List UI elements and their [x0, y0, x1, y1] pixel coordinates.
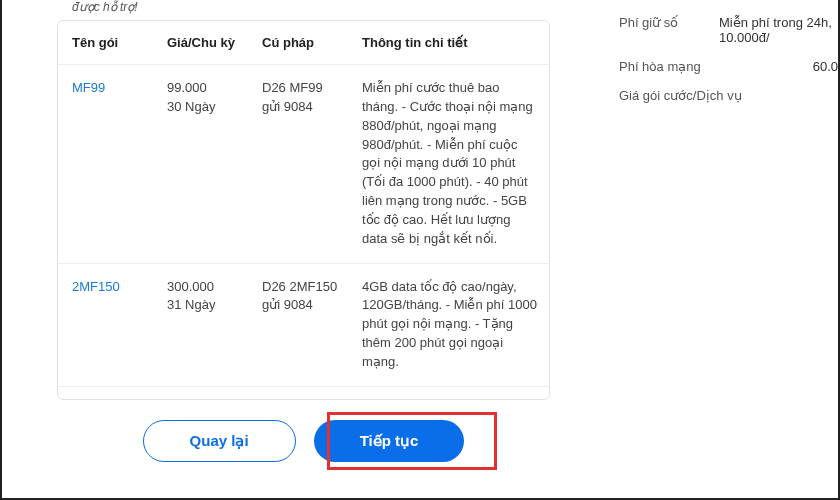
table-row: MF99 99.00030 Ngày D26 MF99 gửi 9084 Miễ…	[58, 65, 549, 264]
info-row-hold-fee: Phí giữ số Miễn phí trong 24h, 10.000đ/	[619, 8, 838, 52]
th-details: Thông tin chi tiết	[348, 21, 549, 65]
package-link[interactable]: MF99	[72, 80, 105, 95]
th-syntax: Cú pháp	[248, 21, 348, 65]
cell-price: 300.00031 Ngày	[153, 263, 248, 386]
plan-price-label: Giá gói cước/Dịch vụ	[619, 88, 779, 103]
continue-button[interactable]: Tiếp tục	[314, 420, 465, 462]
table-row: 2MF150 300.00031 Ngày D26 2MF150 gửi 908…	[58, 263, 549, 386]
back-button[interactable]: Quay lại	[143, 420, 296, 462]
th-price: Giá/Chu kỳ	[153, 21, 248, 65]
hold-fee-value: Miễn phí trong 24h, 10.000đ/	[719, 15, 838, 45]
package-table-wrap: Tên gói Giá/Chu kỳ Cú pháp Thông tin chi…	[57, 20, 550, 400]
cell-details: Miễn phí cước thuê bao tháng. - Cước tho…	[348, 65, 549, 264]
cell-price: 149.00030 Ngày	[153, 386, 248, 400]
intro-text: được hỗ trợ!	[17, 0, 590, 14]
cell-syntax: D26 MF99 gửi 9084	[248, 65, 348, 264]
connect-fee-value: 60.0	[719, 59, 838, 74]
connect-fee-label: Phí hòa mạng	[619, 59, 719, 74]
cell-details: 4GB data tốc độ cao/ngày, 120GB/tháng. -…	[348, 263, 549, 386]
table-row: MF149 149.00030 Ngày D26 MF149 gửi 9084 …	[58, 386, 549, 400]
summary-panel: Phí giữ số Miễn phí trong 24h, 10.000đ/ …	[605, 0, 840, 500]
cell-details: Miễn phí cước thuê bao tháng. - Miễn phí…	[348, 386, 549, 400]
info-row-connect-fee: Phí hòa mạng 60.0	[619, 52, 838, 81]
cell-syntax: D26 2MF150 gửi 9084	[248, 263, 348, 386]
th-name: Tên gói	[58, 21, 153, 65]
package-table: Tên gói Giá/Chu kỳ Cú pháp Thông tin chi…	[58, 21, 549, 400]
button-row: Quay lại Tiếp tục	[17, 420, 590, 462]
plan-price-value	[779, 88, 838, 103]
hold-fee-label: Phí giữ số	[619, 15, 719, 45]
package-link[interactable]: 2MF150	[72, 279, 120, 294]
cell-syntax: D26 MF149 gửi 9084	[248, 386, 348, 400]
cell-price: 99.00030 Ngày	[153, 65, 248, 264]
info-row-plan-price: Giá gói cước/Dịch vụ	[619, 81, 838, 110]
